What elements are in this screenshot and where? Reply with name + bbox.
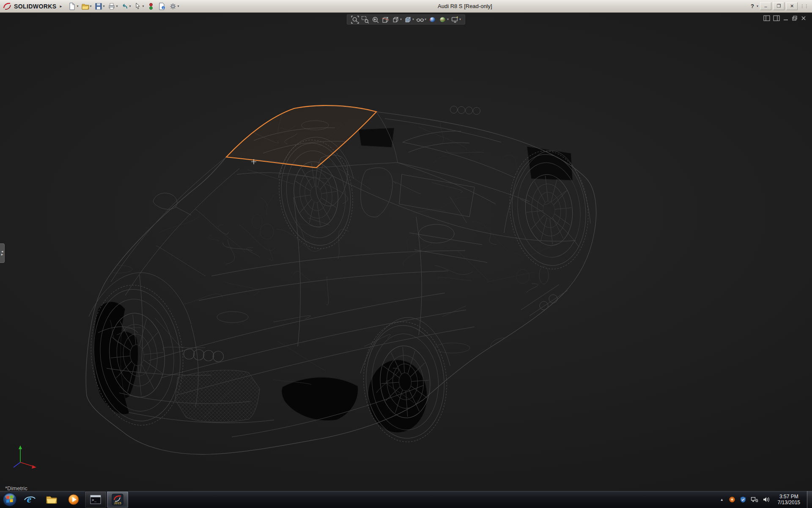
new-dropdown-caret[interactable]: ▾ (77, 5, 78, 8)
front-rings-badge (184, 349, 224, 362)
svg-text:e: e (27, 494, 32, 505)
clock-date: 7/13/2015 (778, 500, 800, 505)
reference-triad (14, 445, 36, 469)
select-button[interactable]: ▾ (133, 2, 145, 11)
close-document-icon (801, 15, 807, 21)
selected-windshield-face[interactable] (226, 105, 376, 168)
new-document-button[interactable]: ▾ (67, 2, 79, 11)
network-icon[interactable] (751, 496, 758, 503)
car-wireframe-model[interactable] (84, 105, 596, 454)
hide-show-items-caret[interactable]: ▾ (425, 18, 426, 21)
system-tray: ▲ 3:57 PM 7/13/2015 (719, 494, 807, 505)
open-folder-icon (81, 2, 90, 11)
minimize-document-icon (783, 15, 789, 21)
view-orientation-button[interactable]: ▾ (391, 15, 403, 24)
tray-app-icon-2[interactable] (740, 496, 746, 503)
customize-quick-access-icon[interactable]: ⋮⋮ (799, 4, 809, 8)
pane-left-button[interactable] (763, 15, 770, 21)
open-button[interactable]: ▾ (80, 2, 93, 11)
clock-time: 3:57 PM (778, 494, 800, 500)
view-orientation-label: *Dimetric (5, 485, 27, 491)
model-viewport[interactable]: ▾ ▾ ▾ (0, 13, 812, 491)
front-grille[interactable] (175, 370, 260, 422)
file-properties-icon (158, 2, 166, 11)
feature-pane-splitter[interactable]: ◀ ▶ (0, 243, 5, 263)
undo-dropdown-caret[interactable]: ▾ (129, 5, 131, 8)
pane-right-button[interactable] (773, 15, 780, 21)
close-button[interactable]: ✕ (786, 2, 798, 10)
help-dropdown-caret[interactable]: ▾ (757, 5, 758, 8)
taskbar-clock[interactable]: 3:57 PM 7/13/2015 (774, 494, 804, 505)
save-button[interactable]: ▾ (93, 2, 106, 11)
section-view-icon (381, 16, 390, 24)
zoom-to-fit-button[interactable] (350, 15, 360, 24)
zoom-to-fit-icon (351, 16, 359, 24)
app-logo: SOLIDWORKS (0, 0, 60, 12)
view-orientation-caret[interactable]: ▾ (400, 18, 402, 21)
undo-button[interactable]: ▾ (120, 2, 132, 11)
show-hidden-icons-button[interactable]: ▲ (719, 498, 724, 502)
taskbar-solidworks-button[interactable]: 2015 (107, 491, 129, 508)
view-settings-caret[interactable]: ▾ (459, 18, 461, 21)
taskbar-media-player-button[interactable] (63, 491, 85, 508)
taskbar-command-prompt-button[interactable]: >_ (85, 491, 107, 508)
volume-icon[interactable] (763, 496, 770, 503)
options-button[interactable]: ▾ (168, 2, 180, 11)
previous-view-icon (371, 16, 379, 24)
minimize-document-button[interactable] (783, 15, 789, 21)
help-button[interactable]: ? (750, 3, 755, 9)
zoom-to-area-button[interactable] (360, 15, 370, 24)
svg-text:>_: >_ (92, 498, 96, 502)
apply-scene-icon (439, 16, 447, 24)
rebuild-icon (147, 2, 155, 11)
start-button[interactable] (1, 491, 19, 508)
heads-up-view-toolbar: ▾ ▾ ▾ (347, 14, 465, 25)
print-button[interactable]: ▾ (107, 2, 119, 11)
pane-left-icon (763, 15, 770, 21)
display-style-button[interactable]: ▾ (403, 15, 415, 24)
show-desktop-button[interactable] (807, 491, 812, 508)
solidworks-logo-icon (3, 2, 12, 11)
hide-show-items-button[interactable]: ▾ (415, 15, 427, 24)
print-dropdown-caret[interactable]: ▾ (116, 5, 118, 8)
select-dropdown-caret[interactable]: ▾ (143, 5, 144, 8)
media-player-icon (67, 493, 80, 506)
menu-expand-arrow[interactable]: ▸ (60, 4, 64, 8)
print-icon (107, 2, 116, 11)
windows-start-icon (2, 492, 17, 507)
open-dropdown-caret[interactable]: ▾ (90, 5, 92, 8)
apply-scene-caret[interactable]: ▾ (447, 18, 449, 21)
previous-view-button[interactable] (370, 15, 380, 24)
view-settings-button[interactable]: ▾ (450, 15, 462, 24)
minimize-button[interactable]: – (760, 2, 771, 10)
undo-icon (121, 2, 129, 11)
save-dropdown-caret[interactable]: ▾ (103, 5, 105, 8)
restore-document-button[interactable] (792, 15, 798, 21)
splitter-left-arrow-icon: ◀ (1, 250, 3, 253)
file-properties-button[interactable] (157, 2, 167, 11)
close-document-button[interactable] (801, 15, 807, 21)
options-gear-icon (169, 2, 177, 11)
file-explorer-folder-icon (45, 493, 58, 506)
edit-appearance-ball-icon (428, 16, 436, 24)
quick-access-toolbar: ▾ ▾ ▾ ▾ (64, 2, 180, 11)
taskbar-internet-explorer-button[interactable]: e (19, 491, 41, 508)
hide-show-items-glasses-icon (416, 16, 424, 24)
options-dropdown-caret[interactable]: ▾ (178, 5, 179, 8)
rebuild-button[interactable] (146, 2, 156, 11)
restore-document-icon (792, 15, 798, 21)
solidworks-2015-icon: 2015 (111, 493, 124, 506)
interior-wireframe-lines (94, 112, 568, 417)
model-viewport-canvas[interactable] (0, 13, 812, 491)
restore-button[interactable]: ❐ (773, 2, 785, 10)
tray-app-icon-1[interactable] (729, 496, 735, 503)
taskbar-file-explorer-button[interactable] (41, 491, 63, 508)
section-view-button[interactable] (381, 15, 390, 24)
taskbar: e (0, 491, 812, 508)
titlebar: SOLIDWORKS ▸ ▾ ▾ ▾ (0, 0, 812, 13)
display-style-caret[interactable]: ▾ (412, 18, 414, 21)
view-settings-icon (451, 16, 459, 24)
zoom-to-area-icon (361, 16, 369, 24)
apply-scene-button[interactable]: ▾ (438, 15, 450, 24)
edit-appearance-button[interactable] (428, 15, 437, 24)
